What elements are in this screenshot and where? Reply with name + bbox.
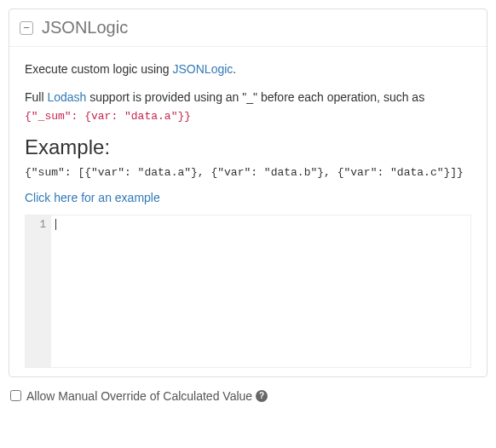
line-number: 1 [29, 219, 46, 231]
text: Full [25, 90, 47, 104]
text: support is provided using an "_" before … [86, 90, 424, 104]
inline-code: {"_sum": {var: "data.a"}} [25, 110, 191, 123]
cursor-icon [55, 219, 56, 230]
example-heading: Example: [25, 135, 471, 159]
editor-textarea[interactable] [51, 215, 470, 367]
description-line-1: Execute custom logic using JSONLogic. [25, 60, 471, 78]
override-checkbox[interactable] [10, 390, 21, 401]
override-label: Allow Manual Override of Calculated Valu… [26, 389, 252, 403]
panel-title: JSONLogic [42, 18, 128, 37]
text: Execute custom logic using [25, 62, 173, 76]
help-icon[interactable]: ? [256, 390, 268, 402]
override-row: Allow Manual Override of Calculated Valu… [0, 377, 496, 403]
jsonlogic-link[interactable]: JSONLogic [173, 62, 234, 76]
description-line-2: Full Lodash support is provided using an… [25, 89, 471, 125]
panel-header: − JSONLogic [9, 9, 487, 47]
text: . [233, 62, 236, 76]
example-link[interactable]: Click here for an example [25, 191, 160, 204]
panel-body: Execute custom logic using JSONLogic. Fu… [9, 47, 487, 376]
jsonlogic-panel: − JSONLogic Execute custom logic using J… [9, 9, 487, 377]
collapse-toggle-icon[interactable]: − [20, 21, 33, 35]
lodash-link[interactable]: Lodash [47, 90, 86, 104]
code-editor[interactable]: 1 [25, 215, 471, 368]
editor-gutter: 1 [26, 215, 51, 367]
example-code: {"sum": [{"var": "data.a"}, {"var": "dat… [25, 166, 471, 179]
